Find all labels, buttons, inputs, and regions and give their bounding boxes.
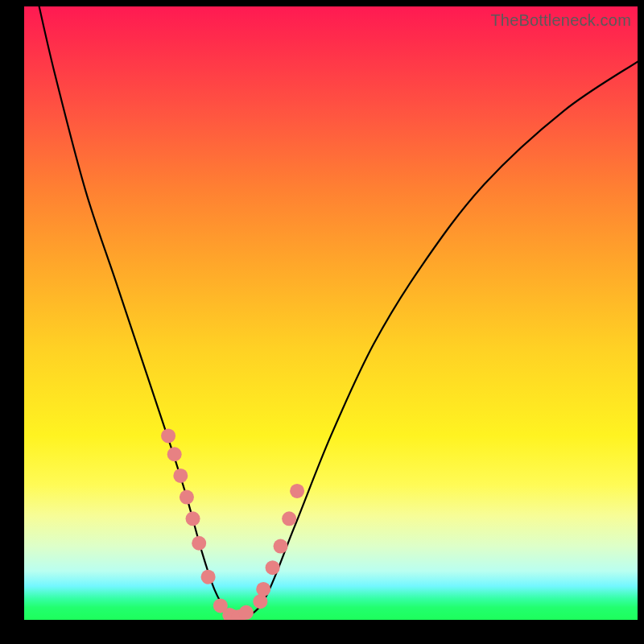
scatter-dot [173, 469, 188, 483]
scatter-dot [161, 428, 175, 443]
scatter-dot [274, 539, 288, 554]
chart-stage: TheBottleneck.com [0, 0, 644, 644]
scatter-dots [161, 428, 304, 620]
scatter-dot [253, 594, 267, 609]
scatter-dot [186, 511, 200, 526]
scatter-dot [167, 447, 182, 461]
scatter-dot [192, 536, 206, 551]
curve-svg [24, 6, 638, 620]
scatter-dot [256, 582, 270, 597]
scatter-dot [239, 605, 254, 620]
scatter-dot [180, 490, 194, 505]
scatter-dot [201, 570, 216, 584]
scatter-dot [266, 560, 280, 575]
bottleneck-curve [36, 6, 638, 618]
watermark-text: TheBottleneck.com [490, 11, 631, 30]
scatter-dot [282, 511, 296, 526]
plot-area: TheBottleneck.com [24, 6, 638, 620]
scatter-dot [290, 484, 304, 498]
